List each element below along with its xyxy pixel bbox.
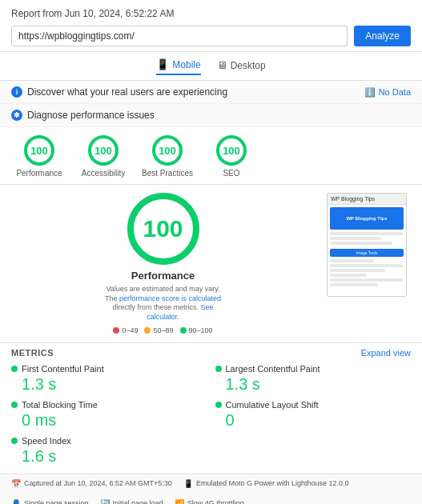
tab-desktop[interactable]: 🖥 Desktop bbox=[217, 58, 266, 75]
info-icon-0: 📅 bbox=[11, 479, 21, 488]
header: Report from Jun 10, 2024, 6:52:22 AM Ana… bbox=[0, 0, 422, 52]
metric-name-cls: Cumulative Layout Shift bbox=[226, 400, 319, 410]
metric-name-fcp: First Contentful Paint bbox=[22, 364, 104, 374]
info-cell-1: 📱Emulated Moto G Power with Lighthouse 1… bbox=[183, 479, 349, 488]
info-text-4: Slow 4G throttling bbox=[187, 499, 244, 504]
diag-icon: ✱ bbox=[11, 110, 22, 121]
url-input[interactable] bbox=[11, 26, 348, 46]
metric-value-si: 1.6 s bbox=[11, 447, 411, 466]
perf-section: 100 Performance Values are estimated and… bbox=[11, 193, 315, 334]
metric-item-tbt: Total Blocking Time 0 ms bbox=[11, 400, 207, 430]
screenshot-header: WP Blogging Tips bbox=[328, 194, 406, 205]
legend-red-dot bbox=[113, 327, 119, 334]
legend-orange-range: 50–89 bbox=[153, 326, 173, 334]
legend-red: 0–49 bbox=[113, 326, 138, 334]
metric-row-lcp: Largest Contentful Paint bbox=[215, 364, 412, 374]
info-text-3: Initial page load bbox=[113, 499, 163, 504]
metrics-section: METRICS Expand view First Contentful Pai… bbox=[0, 343, 422, 474]
screenshot-title: WP Blogging Tips bbox=[331, 196, 375, 202]
score-label-performance: Performance bbox=[16, 169, 62, 178]
metric-dot-cls bbox=[215, 402, 222, 408]
info-icon: i bbox=[11, 86, 22, 98]
big-score-circle: 100 bbox=[127, 193, 199, 265]
tab-mobile[interactable]: 📱 Mobile bbox=[156, 58, 200, 75]
device-tabs: 📱 Mobile 🖥 Desktop bbox=[0, 52, 422, 81]
score-item-seo[interactable]: 100 SEO bbox=[203, 135, 259, 178]
no-data-link[interactable]: ℹ️ No Data bbox=[364, 87, 411, 98]
screenshot-line-8 bbox=[330, 278, 404, 282]
screenshot-section: WP Blogging Tips WP Blogging Tips Image … bbox=[323, 193, 411, 334]
legend-orange: 50–89 bbox=[144, 326, 173, 334]
desktop-icon: 🖥 bbox=[217, 59, 227, 71]
expand-view-link[interactable]: Expand view bbox=[361, 348, 411, 358]
report-title: Report from Jun 10, 2024, 6:52:22 AM bbox=[11, 8, 411, 19]
metric-item-lcp: Largest Contentful Paint 1.3 s bbox=[215, 364, 412, 394]
metric-name-tbt: Total Blocking Time bbox=[22, 400, 98, 410]
screenshot-hero-text: WP Blogging Tips bbox=[346, 216, 387, 221]
metrics-grid: First Contentful Paint 1.3 s Largest Con… bbox=[11, 364, 411, 466]
screenshot-line-6 bbox=[330, 269, 385, 272]
info-text-2: Single page session bbox=[24, 499, 89, 504]
metrics-title: METRICS bbox=[11, 348, 54, 358]
score-circle-accessibility: 100 bbox=[88, 135, 119, 166]
info-text-0: Captured at Jun 10, 2024, 6:52 AM GMT+5:… bbox=[24, 479, 172, 487]
legend-green-range: 90–100 bbox=[189, 326, 213, 334]
info-icon-1: 📱 bbox=[183, 479, 193, 488]
metrics-header: METRICS Expand view bbox=[11, 348, 411, 358]
diagnose-label: Diagnose performance issues bbox=[27, 110, 155, 121]
info-icon-4: 📶 bbox=[175, 499, 184, 504]
info-row: 📅Captured at Jun 10, 2024, 6:52 AM GMT+5… bbox=[11, 479, 411, 504]
real-users-label: Discover what your real users are experi… bbox=[27, 86, 227, 98]
screenshot-label: Image Tools bbox=[330, 249, 404, 257]
no-data-label: No Data bbox=[379, 87, 411, 97]
metric-name-lcp: Largest Contentful Paint bbox=[226, 364, 320, 374]
diagnose-left: ✱ Diagnose performance issues bbox=[11, 110, 155, 121]
legend-orange-dot bbox=[144, 327, 151, 334]
metric-dot-si bbox=[11, 438, 18, 444]
see-calc-link[interactable]: See calculator. bbox=[147, 303, 213, 321]
metric-item-fcp: First Contentful Paint 1.3 s bbox=[11, 364, 207, 394]
analyze-button[interactable]: Analyze bbox=[354, 26, 411, 46]
metric-row-si: Speed Index bbox=[11, 436, 411, 446]
url-bar: Analyze bbox=[11, 26, 411, 46]
metric-dot-fcp bbox=[11, 366, 18, 372]
info-footer: 📅Captured at Jun 10, 2024, 6:52 AM GMT+5… bbox=[0, 474, 422, 504]
screenshot-line-9 bbox=[330, 283, 378, 286]
diagnose-bar: ✱ Diagnose performance issues bbox=[0, 104, 422, 127]
score-item-performance[interactable]: 100 Performance bbox=[11, 135, 67, 178]
screenshot-line-4 bbox=[330, 259, 374, 262]
tab-desktop-label: Desktop bbox=[231, 60, 266, 71]
perf-title: Performance bbox=[131, 270, 195, 282]
perf-note-link[interactable]: performance score is calculated bbox=[119, 294, 221, 302]
legend-red-range: 0–49 bbox=[122, 326, 138, 334]
score-item-accessibility[interactable]: 100 Accessibility bbox=[75, 135, 131, 178]
info-text-1: Emulated Moto G Power with Lighthouse 12… bbox=[196, 479, 349, 487]
main-panel: 100 Performance Values are estimated and… bbox=[0, 185, 422, 343]
metric-value-lcp: 1.3 s bbox=[215, 375, 412, 394]
screenshot-line-7 bbox=[330, 274, 367, 277]
metric-item-si: Speed Index 1.6 s bbox=[11, 436, 411, 466]
tab-mobile-label: Mobile bbox=[172, 59, 200, 70]
score-label-accessibility: Accessibility bbox=[82, 169, 125, 178]
metric-value-cls: 0 bbox=[215, 411, 412, 430]
legend: 0–49 50–89 90–100 bbox=[113, 326, 212, 334]
screenshot-mock: WP Blogging Tips WP Blogging Tips Image … bbox=[327, 193, 407, 297]
info-cell-2: 👤Single page session bbox=[11, 499, 89, 504]
score-item-best_practices[interactable]: 100 Best Practices bbox=[139, 135, 195, 178]
info-cell-0: 📅Captured at Jun 10, 2024, 6:52 AM GMT+5… bbox=[11, 479, 172, 488]
score-circle-performance: 100 bbox=[24, 135, 54, 166]
legend-green-dot bbox=[180, 327, 187, 334]
screenshot-line-5 bbox=[330, 264, 404, 267]
screenshot-body: WP Blogging Tips Image Tools bbox=[328, 205, 406, 290]
scores-row: 100 Performance 100 Accessibility 100 Be… bbox=[11, 135, 411, 178]
score-label-best_practices: Best Practices bbox=[142, 169, 193, 178]
metric-item-cls: Cumulative Layout Shift 0 bbox=[215, 400, 412, 430]
info-icon-2: 👤 bbox=[11, 499, 21, 504]
metric-dot-lcp bbox=[215, 366, 222, 372]
score-circle-seo: 100 bbox=[216, 135, 247, 166]
metric-value-tbt: 0 ms bbox=[11, 411, 207, 430]
metric-row-fcp: First Contentful Paint bbox=[11, 364, 207, 374]
screenshot-hero: WP Blogging Tips bbox=[330, 207, 404, 230]
real-users-left: i Discover what your real users are expe… bbox=[11, 86, 227, 98]
legend-green: 90–100 bbox=[180, 326, 213, 334]
